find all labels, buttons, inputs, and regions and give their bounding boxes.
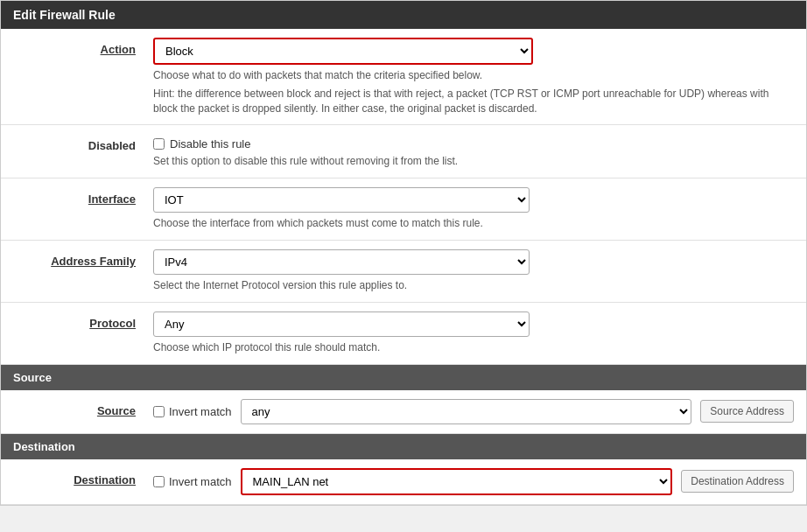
- destination-invert-label: Invert match: [169, 475, 232, 488]
- source-label[interactable]: Source: [97, 404, 136, 417]
- disabled-label-cell: Disabled: [13, 134, 153, 152]
- interface-label-cell: Interface: [13, 187, 153, 206]
- protocol-content: Any TCP UDP TCP/UDP ICMP Choose which IP…: [153, 312, 794, 355]
- address-family-label[interactable]: Address Family: [51, 255, 136, 268]
- protocol-hint: Choose which IP protocol this rule shoul…: [153, 340, 794, 355]
- destination-addr-select[interactable]: any MAIN_LAN net LAN net WAN net: [241, 468, 673, 495]
- address-family-select[interactable]: IPv4 IPv6 IPv4+IPv6: [153, 249, 530, 275]
- action-label[interactable]: Action: [101, 43, 136, 56]
- destination-addr-select-wrapper: any MAIN_LAN net LAN net WAN net: [241, 468, 673, 495]
- interface-hint: Choose the interface from which packets …: [153, 216, 794, 231]
- destination-content: Invert match any MAIN_LAN net LAN net WA…: [153, 468, 794, 495]
- source-addr-select[interactable]: any MAIN_LAN net LAN net WAN net: [241, 399, 692, 424]
- destination-controls: Invert match any MAIN_LAN net LAN net WA…: [153, 468, 794, 495]
- destination-address-button[interactable]: Destination Address: [681, 470, 794, 493]
- disabled-checkbox-row: Disable this rule: [153, 134, 794, 150]
- source-section-title: Source: [13, 371, 52, 384]
- source-row: Source Invert match any MAIN_LAN net LAN…: [1, 390, 806, 434]
- disabled-label: Disabled: [88, 139, 136, 152]
- action-hint1: Choose what to do with packets that matc…: [153, 68, 794, 83]
- address-family-content: IPv4 IPv6 IPv4+IPv6 Select the Internet …: [153, 249, 794, 293]
- action-row: Action Pass Block Reject Choose what to …: [1, 29, 806, 125]
- address-family-hint: Select the Internet Protocol version thi…: [153, 278, 794, 293]
- interface-select[interactable]: IOT LAN WAN: [153, 187, 530, 213]
- source-addr-select-wrapper: any MAIN_LAN net LAN net WAN net: [241, 399, 692, 424]
- protocol-row: Protocol Any TCP UDP TCP/UDP ICMP Choose…: [1, 303, 806, 365]
- interface-content: IOT LAN WAN Choose the interface from wh…: [153, 187, 794, 231]
- protocol-select[interactable]: Any TCP UDP TCP/UDP ICMP: [153, 312, 530, 337]
- source-content: Invert match any MAIN_LAN net LAN net WA…: [153, 399, 794, 424]
- interface-label[interactable]: Interface: [88, 192, 136, 206]
- source-controls: Invert match any MAIN_LAN net LAN net WA…: [153, 399, 794, 424]
- address-family-row: Address Family IPv4 IPv6 IPv4+IPv6 Selec…: [1, 241, 806, 303]
- source-invert-checkbox[interactable]: [153, 406, 165, 417]
- destination-label[interactable]: Destination: [74, 473, 136, 486]
- destination-invert-checkbox[interactable]: [153, 476, 165, 487]
- source-label-cell: Source: [13, 399, 153, 417]
- source-invert-check: Invert match: [153, 405, 232, 418]
- action-label-cell: Action: [13, 38, 153, 56]
- source-invert-label: Invert match: [169, 405, 232, 418]
- panel-header: Edit Firewall Rule: [1, 1, 806, 29]
- destination-section-title: Destination: [13, 440, 75, 453]
- action-content: Pass Block Reject Choose what to do with…: [153, 38, 794, 116]
- disabled-hint: Set this option to disable this rule wit…: [153, 154, 794, 169]
- destination-row: Destination Invert match any MAIN_LAN ne…: [1, 459, 806, 505]
- action-hint2: Hint: the difference between block and r…: [153, 87, 794, 116]
- panel-title: Edit Firewall Rule: [13, 8, 116, 22]
- interface-row: Interface IOT LAN WAN Choose the interfa…: [1, 178, 806, 241]
- protocol-label[interactable]: Protocol: [89, 317, 136, 330]
- disabled-content: Disable this rule Set this option to dis…: [153, 134, 794, 169]
- disabled-checkbox-label: Disable this rule: [170, 137, 251, 150]
- address-family-label-cell: Address Family: [13, 249, 153, 268]
- protocol-label-cell: Protocol: [13, 312, 153, 330]
- disabled-checkbox[interactable]: [153, 138, 165, 150]
- source-address-button[interactable]: Source Address: [700, 400, 794, 423]
- destination-section-header: Destination: [1, 434, 806, 459]
- disabled-row: Disabled Disable this rule Set this opti…: [1, 125, 806, 178]
- destination-label-cell: Destination: [13, 468, 153, 486]
- source-section-header: Source: [1, 365, 806, 390]
- action-select[interactable]: Pass Block Reject: [155, 39, 531, 63]
- action-select-wrapper: Pass Block Reject: [153, 38, 533, 65]
- firewall-rule-panel: Edit Firewall Rule Action Pass Block Rej…: [0, 0, 807, 506]
- destination-invert-check: Invert match: [153, 475, 232, 488]
